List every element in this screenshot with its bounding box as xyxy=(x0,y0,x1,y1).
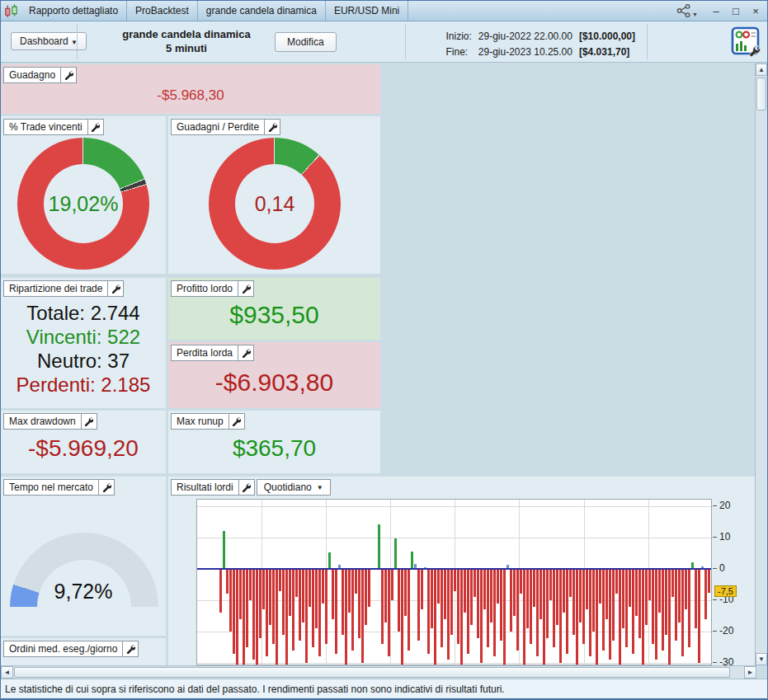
chart-bar xyxy=(223,531,225,569)
chart-bar xyxy=(678,569,681,622)
strategy-timeframe: 5 minuti xyxy=(100,41,273,55)
chart-bar xyxy=(266,569,268,656)
chart-bar xyxy=(533,569,535,607)
vertical-scrollbar[interactable]: ▲ ▼ xyxy=(755,63,767,665)
wrench-icon[interactable] xyxy=(108,281,123,296)
header-separator xyxy=(647,24,648,59)
maximize-button[interactable]: □ xyxy=(729,4,742,17)
tab-eur-usd-mini[interactable]: EUR/USD Mini xyxy=(326,1,408,21)
chart-bar xyxy=(404,569,407,616)
scroll-right-button[interactable]: ► xyxy=(744,666,756,679)
tab-probacktest[interactable]: ProBacktest xyxy=(127,1,198,21)
chart-bar xyxy=(698,569,700,663)
chart-bar xyxy=(553,569,555,647)
tab-rapporto-dettagliato[interactable]: Rapporto dettagliato xyxy=(21,1,127,21)
chart-bar xyxy=(262,569,265,609)
y-axis-tick-label: 0 xyxy=(719,562,725,574)
current-value-marker: -7,5 xyxy=(714,585,737,597)
dashboard-dropdown[interactable]: Dashboard ▼ xyxy=(11,32,87,50)
tab-bar: Rapporto dettagliatoProBacktestgrande ca… xyxy=(1,1,767,21)
header-separator xyxy=(405,24,406,59)
wrench-icon[interactable] xyxy=(239,480,254,495)
report-settings-icon[interactable] xyxy=(731,26,761,60)
max-drawdown-label: Max drawdown xyxy=(4,414,82,429)
wrench-icon[interactable] xyxy=(265,120,280,134)
chart-bar xyxy=(483,569,486,609)
perdita-lorda-label: Perdita lorda xyxy=(172,345,238,360)
scroll-left-button[interactable]: ◄ xyxy=(1,666,13,679)
chart-bar xyxy=(342,569,344,635)
wrench-icon[interactable] xyxy=(229,414,244,429)
period-dropdown[interactable]: Quotidiano ▼ xyxy=(257,479,331,496)
minimize-button[interactable]: – xyxy=(709,4,723,17)
chart-bar xyxy=(539,569,542,619)
chart-bar xyxy=(368,569,370,607)
strategy-title: grande candela dinamica 5 minuti xyxy=(100,27,273,55)
scroll-down-button[interactable]: ▼ xyxy=(756,653,767,665)
chart-bar xyxy=(513,569,516,616)
chart-bar xyxy=(569,569,572,597)
vertical-scrollbar-thumb[interactable] xyxy=(756,78,766,110)
chart-bar xyxy=(312,569,314,647)
chart-bar xyxy=(411,552,413,569)
chart-bar xyxy=(427,569,430,654)
horizontal-scrollbar-thumb[interactable] xyxy=(14,667,730,678)
chart-bar xyxy=(226,569,229,594)
wrench-icon[interactable] xyxy=(99,480,114,495)
chart-bar xyxy=(619,569,621,665)
panel-max-drawdown: Max drawdown -$5.969,20 xyxy=(1,411,166,473)
chart-bar xyxy=(322,569,324,604)
tab-grande-candela-dinamica[interactable]: grande candela dinamica xyxy=(198,1,326,21)
chart-bar xyxy=(361,569,364,663)
chart-bar xyxy=(444,569,446,619)
modify-button[interactable]: Modifica xyxy=(275,32,337,52)
tempo-mercato-value: 9,72% xyxy=(1,580,166,604)
panel-profitto-lordo: Profitto lordo $935,50 xyxy=(168,278,380,340)
chart-bar xyxy=(648,569,651,600)
wrench-icon[interactable] xyxy=(123,641,138,656)
chart-bar xyxy=(219,569,222,613)
chart-bar xyxy=(460,569,463,665)
ripartizione-label: Ripartizione dei trade xyxy=(4,281,108,296)
wrench-icon[interactable] xyxy=(61,68,76,82)
wrench-icon[interactable] xyxy=(238,345,253,360)
wrench-icon[interactable] xyxy=(238,281,253,296)
chart-bar xyxy=(388,569,390,656)
chart-bar xyxy=(536,569,539,656)
chart-bar xyxy=(695,569,697,628)
horizontal-scrollbar[interactable]: ◄ ► xyxy=(1,665,756,679)
trade-vincenti-label: % Trade vincenti xyxy=(4,120,88,134)
share-icon[interactable]: ▼ xyxy=(676,4,698,17)
inizio-datetime: 29-giu-2022 22.00.00 xyxy=(476,30,575,44)
chart-bar xyxy=(704,569,707,619)
y-axis-tick-label: 10 xyxy=(719,531,730,543)
chart-bar xyxy=(559,569,562,663)
close-button[interactable]: × xyxy=(749,4,762,17)
guadagni-perdite-value: 0,14 xyxy=(255,192,295,216)
header-separator xyxy=(77,24,78,59)
ripartizione-rows: Totale: 2.744Vincenti: 522Neutro: 37Perd… xyxy=(1,301,166,397)
chart-bar xyxy=(437,569,440,604)
scroll-up-button[interactable]: ▲ xyxy=(756,63,767,76)
chart-bar xyxy=(431,569,433,628)
chart-bar xyxy=(632,569,634,654)
chart-bar xyxy=(655,569,657,660)
chart-bar xyxy=(645,569,648,625)
chart-bar xyxy=(285,569,288,665)
fine-datetime: 29-giu-2023 10.25.00 xyxy=(476,45,575,59)
chart-bar xyxy=(503,569,506,665)
chart-bar xyxy=(470,569,473,625)
disclaimer-text: Le statistiche di cui sopra si riferisco… xyxy=(5,684,505,695)
chart-bar xyxy=(252,569,255,660)
chart-bar xyxy=(249,569,252,600)
chart-bar xyxy=(454,569,456,591)
chart-bar xyxy=(434,569,436,665)
chart-bar xyxy=(229,569,232,632)
risultati-lordi-bar-chart xyxy=(196,499,712,665)
wrench-icon[interactable] xyxy=(88,120,103,134)
chart-bar xyxy=(609,569,611,660)
wrench-icon[interactable] xyxy=(82,414,97,429)
chart-bar xyxy=(299,569,301,641)
chart-bar xyxy=(246,569,248,647)
ripartizione-row: Neutro: 37 xyxy=(1,349,166,373)
